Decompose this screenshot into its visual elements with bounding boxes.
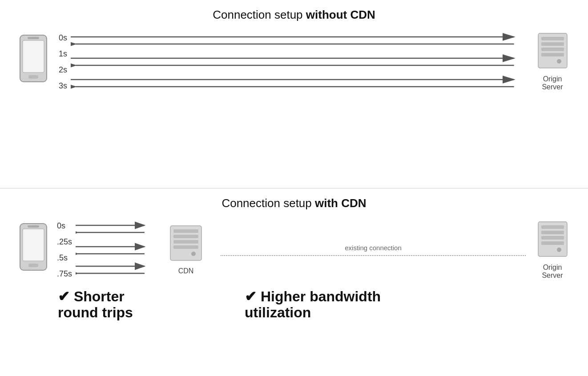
svg-rect-31 [173, 229, 198, 233]
top-time-labels: 0s 1s 2s 3s [59, 30, 67, 94]
origin-server-top-label: OriginServer [542, 75, 563, 91]
benefit-bandwidth: ✔ Higher bandwidthutilization [245, 288, 570, 321]
benefit-shorter-label: ✔ Shorterround trips [58, 288, 245, 321]
svg-rect-1 [23, 40, 44, 72]
svg-rect-40 [541, 241, 564, 245]
existing-connection-label: existing connection [345, 244, 402, 252]
svg-rect-33 [173, 240, 198, 244]
top-arrows-svg [71, 30, 529, 94]
bottom-left-arrows: 0s .25s .5s .75s [53, 218, 168, 282]
phone-icon-bottom [18, 223, 53, 278]
origin-server-bottom: OriginServer [535, 221, 570, 280]
time-label-2s: 2s [59, 65, 67, 75]
svg-rect-13 [541, 37, 564, 40]
svg-rect-34 [173, 245, 198, 249]
dotted-line [221, 255, 526, 256]
svg-rect-38 [541, 231, 564, 234]
origin-server-bottom-label: OriginServer [542, 264, 563, 280]
existing-connection-area: existing connection [212, 244, 535, 256]
top-arrows-area: 0s 1s 2s 3s [53, 30, 535, 94]
svg-rect-19 [23, 229, 44, 261]
time-label-3s: 3s [59, 81, 67, 91]
svg-rect-15 [541, 48, 564, 51]
time-label-0s-bottom: 0s [57, 221, 72, 231]
origin-server-top: OriginServer [535, 32, 570, 91]
top-title: Connection setup without CDN [213, 8, 375, 22]
time-label-0s: 0s [59, 33, 67, 43]
section-without-cdn: Connection setup without CDN [0, 0, 588, 188]
bottom-benefits-row: ✔ Shorterround trips ✔ Higher bandwidthu… [18, 288, 570, 321]
bottom-diagram-row: 0s .25s .5s .75s [18, 218, 570, 282]
svg-point-17 [557, 59, 561, 64]
svg-rect-14 [541, 42, 564, 46]
svg-rect-39 [541, 236, 564, 240]
top-diagram-row: 0s 1s 2s 3s [18, 30, 570, 94]
svg-point-35 [191, 252, 196, 256]
svg-rect-32 [173, 235, 198, 238]
bottom-cdn-arrows-svg [76, 218, 165, 282]
svg-rect-21 [28, 264, 38, 267]
svg-rect-16 [541, 53, 564, 56]
svg-rect-37 [541, 225, 564, 229]
time-label-5s: .5s [57, 253, 72, 263]
svg-rect-2 [28, 37, 39, 39]
cdn-server: CDN [168, 225, 204, 275]
cdn-label: CDN [178, 267, 194, 275]
svg-rect-20 [28, 225, 39, 228]
svg-rect-3 [28, 75, 38, 79]
bottom-time-labels: 0s .25s .5s .75s [57, 218, 72, 282]
svg-point-41 [557, 248, 561, 252]
top-title-bold: without CDN [306, 8, 375, 21]
main-container: Connection setup without CDN [0, 0, 588, 376]
time-label-1s: 1s [59, 49, 67, 59]
benefit-shorter: ✔ Shorterround trips [58, 288, 245, 321]
benefit-bandwidth-label: ✔ Higher bandwidthutilization [245, 288, 570, 321]
bottom-title-bold: with CDN [315, 196, 366, 210]
time-label-75s: .75s [57, 269, 72, 279]
bottom-title: Connection setup with CDN [222, 196, 366, 210]
time-label-25s: .25s [57, 237, 72, 247]
section-with-cdn: Connection setup with CDN 0s .25s .5s [0, 188, 588, 376]
phone-icon [18, 34, 53, 89]
